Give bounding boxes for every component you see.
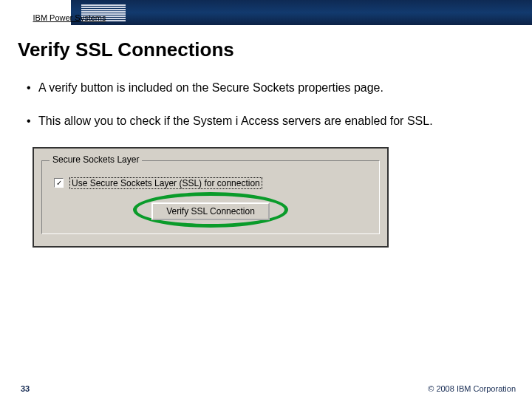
copyright-text: © 2008 IBM Corporation bbox=[428, 384, 516, 393]
brand-strip: IBM Power Systems bbox=[0, 0, 71, 25]
bullet-item: This allow you to check if the System i … bbox=[27, 114, 510, 129]
verify-ssl-button[interactable]: Verify SSL Connection bbox=[151, 202, 270, 220]
use-ssl-checkbox[interactable]: ✓ bbox=[54, 178, 64, 188]
bullet-item: A verify button is included on the Secur… bbox=[27, 81, 510, 96]
slide-body: A verify button is included on the Secur… bbox=[0, 61, 532, 248]
use-ssl-label: Use Secure Sockets Layer (SSL) for conne… bbox=[69, 177, 262, 189]
footer: 33 © 2008 IBM Corporation bbox=[0, 380, 532, 399]
top-bar: IBM Power Systems bbox=[0, 0, 532, 25]
page-number: 33 bbox=[21, 384, 30, 393]
dialog-panel: Secure Sockets Layer ✓ Use Secure Socket… bbox=[33, 147, 389, 248]
slide-title: Verify SSL Connections bbox=[0, 25, 532, 61]
verify-button-wrap: Verify SSL Connection bbox=[54, 202, 367, 220]
groupbox-legend: Secure Sockets Layer bbox=[50, 154, 142, 165]
brand-text: IBM Power Systems bbox=[33, 13, 106, 22]
check-icon: ✓ bbox=[56, 180, 62, 187]
secure-sockets-groupbox: Secure Sockets Layer ✓ Use Secure Socket… bbox=[41, 160, 380, 234]
ssl-checkbox-row: ✓ Use Secure Sockets Layer (SSL) for con… bbox=[54, 177, 367, 189]
slide: IBM Power Systems Verify SSL Connections… bbox=[0, 0, 532, 399]
